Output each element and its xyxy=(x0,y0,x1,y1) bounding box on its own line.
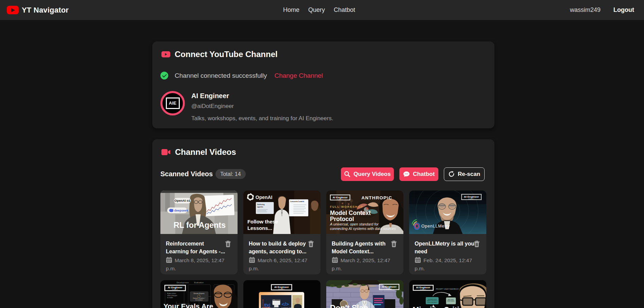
svg-text:RL for Agents: RL for Agents xyxy=(174,220,226,229)
svg-text:SUMMIT: SUMMIT xyxy=(337,199,344,200)
svg-text:SUMMIT: SUMMIT xyxy=(420,289,427,290)
svg-text:Lessons Learnt: Lessons Learnt xyxy=(290,200,304,202)
svg-text:Mission Critica: Mission Critica xyxy=(413,305,468,308)
svg-text:ANTHROP\C: ANTHROP\C xyxy=(362,195,393,200)
svg-text:to make: to make xyxy=(167,296,173,298)
svg-text:Domain Experts: Domain Experts xyxy=(194,292,205,294)
svg-text:Follow these: Follow these xyxy=(247,218,278,224)
svg-text:AI Engineer: AI Engineer xyxy=(168,286,182,289)
svg-text:SUMMIT: SUMMIT xyxy=(278,289,285,290)
svg-text:connecting AI systems with dat: connecting AI systems with data sources xyxy=(330,226,396,230)
svg-text:Development: Development xyxy=(177,281,189,283)
svg-text:AI Engineer: AI Engineer xyxy=(382,285,397,288)
svg-text:AI Engineer: AI Engineer xyxy=(464,195,479,198)
svg-text:RESPONSES: RESPONSES xyxy=(447,301,455,302)
svg-text:Don't Slap: Don't Slap xyxy=(330,303,368,308)
svg-text:USING FEEDBACK: USING FEEDBACK xyxy=(427,302,437,303)
svg-text:agents: agents xyxy=(257,205,263,207)
svg-text:SUMMIT: SUMMIT xyxy=(386,288,393,289)
svg-text:Evals inform: Evals inform xyxy=(167,292,176,294)
svg-text:OpenAI o1: OpenAI o1 xyxy=(174,199,190,202)
svg-text:Evaluation: Evaluation xyxy=(194,281,204,283)
svg-text:A universal, open standard for: A universal, open standard for xyxy=(330,222,379,226)
svg-text:ANNOTATE: ANNOTATE xyxy=(448,299,454,300)
svg-text:Lessons...: Lessons... xyxy=(247,225,272,231)
svg-text:deepseek: deepseek xyxy=(174,209,188,212)
svg-text:SUMMIT: SUMMIT xyxy=(468,198,475,199)
svg-text:AI Engineer: AI Engineer xyxy=(274,286,289,289)
svg-text:SUMMIT: SUMMIT xyxy=(172,289,178,290)
svg-text:FULL WORKSHOP: FULL WORKSHOP xyxy=(330,205,363,208)
svg-text:OpenAI: OpenAI xyxy=(256,194,273,200)
svg-text:GENERATE NEW: GENERATE NEW xyxy=(428,298,437,300)
svg-text:what changes: what changes xyxy=(167,294,177,296)
svg-text:</>: </> xyxy=(282,301,289,307)
svg-text:Defining: Defining xyxy=(257,203,265,205)
svg-text:Annotation: Annotation xyxy=(195,299,203,301)
svg-text:Protocol: Protocol xyxy=(330,215,354,222)
svg-text:AI Engineer: AI Engineer xyxy=(416,286,430,289)
svg-text:f(x): f(x) xyxy=(264,303,271,307)
svg-text:OpenLLMetry: OpenLLMetry xyxy=(421,223,450,228)
svg-text:SAMPLE PROMPTS: SAMPLE PROMPTS xyxy=(427,300,438,302)
svg-text:PROMPT USER FEEDBACK: PROMPT USER FEEDBACK xyxy=(436,288,459,290)
svg-text:Your Evals Are: Your Evals Are xyxy=(163,302,213,308)
